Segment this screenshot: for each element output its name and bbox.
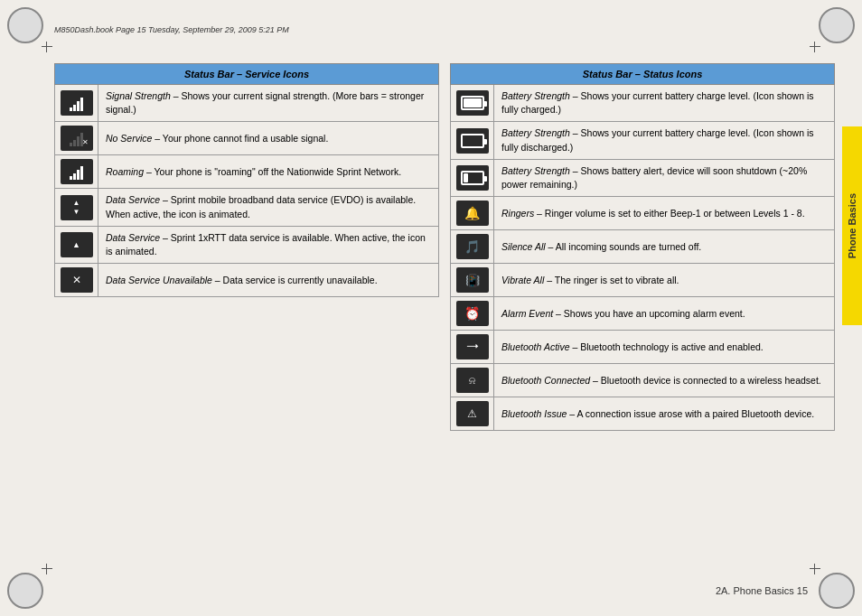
battery-empty-icon bbox=[456, 128, 489, 154]
data-1x-icon-cell: ▲ bbox=[55, 226, 98, 263]
battery-low-icon bbox=[456, 165, 489, 191]
no-service-text: No Service – Your phone cannot find a us… bbox=[98, 122, 439, 155]
roaming-bold: Roaming bbox=[106, 166, 144, 177]
table-row: ▲ ▼ Data Service – Sprint mobile broadba… bbox=[55, 189, 439, 226]
alarm-bold: Alarm Event bbox=[501, 308, 553, 319]
data-1x-symbol: ▲ bbox=[72, 240, 80, 249]
service-icons-table: Status Bar – Service Icons Signal Streng… bbox=[54, 63, 439, 297]
status-icons-section: Status Bar – Status Icons Battery Streng… bbox=[450, 63, 835, 571]
data-1x-icon: ▲ bbox=[61, 232, 93, 257]
data-unavail-icon-cell: ✕ bbox=[55, 264, 98, 297]
battery-full-shape bbox=[461, 96, 484, 110]
data-evdo-icon-cell: ▲ ▼ bbox=[55, 189, 98, 226]
vibrate-bold: Vibrate All bbox=[501, 275, 544, 285]
evdo-symbol: ▲ ▼ bbox=[73, 199, 80, 216]
bt-issue-icon: ⚠ bbox=[456, 401, 489, 426]
table-row: Signal Strength – Shows your current sig… bbox=[55, 85, 439, 122]
battery-low-text: Battery Strength – Shows battery alert, … bbox=[494, 159, 835, 196]
no-service-bold: No Service bbox=[106, 133, 152, 144]
bt-connected-text: Bluetooth Connected – Bluetooth device i… bbox=[494, 364, 835, 397]
silence-text: Silence All – All incoming sounds are tu… bbox=[494, 230, 835, 264]
data-evdo-text: Data Service – Sprint mobile broadband d… bbox=[98, 189, 439, 226]
battery-full-bold: Battery Strength bbox=[501, 90, 570, 101]
table-row: No Service – Your phone cannot find a us… bbox=[55, 122, 439, 155]
silence-icon-cell: 🎵 bbox=[451, 230, 494, 264]
ringer-icon-cell: 🔔 bbox=[451, 197, 494, 230]
bt-active-bold: Bluetooth Active bbox=[501, 341, 570, 352]
bt-active-icon-cell: ⭢ bbox=[451, 331, 494, 364]
silence-symbol: 🎵 bbox=[464, 239, 480, 254]
data-unavail-bold: Data Service Unavailable bbox=[106, 275, 212, 285]
roaming-icon bbox=[61, 159, 93, 184]
bt-connected-bold: Bluetooth Connected bbox=[501, 375, 590, 386]
bt-issue-symbol: ⚠ bbox=[467, 407, 477, 420]
roaming-text: Roaming – Your phone is "roaming" off th… bbox=[98, 155, 439, 189]
bt-active-icon: ⭢ bbox=[456, 334, 489, 359]
battery-empty-text: Battery Strength – Shows your current ba… bbox=[494, 122, 835, 159]
table-row: ⏰ Alarm Event – Shows you have an upcomi… bbox=[451, 297, 835, 331]
vibrate-icon: 📳 bbox=[456, 267, 489, 293]
bt-issue-icon-cell: ⚠ bbox=[451, 397, 494, 431]
signal-bars bbox=[70, 95, 83, 111]
signal-strength-bold: Signal Strength bbox=[106, 90, 171, 101]
corner-bl bbox=[7, 564, 52, 609]
bt-issue-text: Bluetooth Issue – A connection issue aro… bbox=[494, 397, 835, 431]
book-info: M850Dash.book Page 15 Tuesday, September… bbox=[54, 25, 289, 34]
data-unavail-symbol: ✕ bbox=[72, 274, 81, 286]
battery-empty-bold: Battery Strength bbox=[501, 127, 570, 138]
page-number: 2A. Phone Basics 15 bbox=[716, 585, 808, 596]
service-table-header: Status Bar – Service Icons bbox=[55, 64, 439, 85]
battery-full-icon bbox=[456, 90, 489, 116]
roaming-icon-cell bbox=[55, 155, 98, 189]
data-evdo-bold: Data Service bbox=[106, 194, 160, 205]
side-tab-label: Phone Basics bbox=[847, 193, 857, 258]
table-row: 🔔 Ringers – Ringer volume is set to eith… bbox=[451, 197, 835, 230]
ringer-text: Ringers – Ringer volume is set to either… bbox=[494, 197, 835, 230]
bt-connected-icon: ⍾ bbox=[456, 368, 489, 393]
main-content: Status Bar – Service Icons Signal Streng… bbox=[54, 63, 835, 571]
bt-active-symbol: ⭢ bbox=[466, 340, 479, 354]
table-row: ⭢ Bluetooth Active – Bluetooth technolog… bbox=[451, 331, 835, 364]
battery-low-icon-cell bbox=[451, 159, 494, 196]
signal-strength-text: Signal Strength – Shows your current sig… bbox=[98, 85, 439, 122]
data-unavail-icon: ✕ bbox=[61, 267, 93, 293]
battery-full-icon-cell bbox=[451, 85, 494, 122]
signal-strength-icon-cell bbox=[55, 85, 98, 122]
ringer-bold: Ringers bbox=[501, 208, 534, 219]
battery-empty-shape bbox=[461, 134, 484, 148]
service-icons-section: Status Bar – Service Icons Signal Streng… bbox=[54, 63, 439, 571]
page-container: M850Dash.book Page 15 Tuesday, September… bbox=[0, 0, 862, 616]
table-row: 📳 Vibrate All – The ringer is set to vib… bbox=[451, 264, 835, 297]
alarm-text: Alarm Event – Shows you have an upcoming… bbox=[494, 297, 835, 331]
table-row: ▲ Data Service – Sprint 1xRTT data servi… bbox=[55, 226, 439, 263]
bt-connected-icon-cell: ⍾ bbox=[451, 364, 494, 397]
data-evdo-icon: ▲ ▼ bbox=[61, 195, 93, 220]
battery-low-bold: Battery Strength bbox=[501, 165, 570, 176]
corner-tr bbox=[810, 7, 855, 52]
battery-full-text: Battery Strength – Shows your current ba… bbox=[494, 85, 835, 122]
table-row: Battery Strength – Shows your current ba… bbox=[451, 85, 835, 122]
alarm-icon: ⏰ bbox=[456, 301, 489, 326]
bt-active-text: Bluetooth Active – Bluetooth technology … bbox=[494, 331, 835, 364]
vibrate-text: Vibrate All – The ringer is set to vibra… bbox=[494, 264, 835, 297]
data-unavail-text: Data Service Unavailable – Data service … bbox=[98, 264, 439, 297]
alarm-symbol: ⏰ bbox=[464, 306, 480, 321]
alarm-icon-cell: ⏰ bbox=[451, 297, 494, 331]
vibrate-symbol: 📳 bbox=[465, 274, 480, 287]
roaming-bars bbox=[70, 163, 83, 180]
data-1x-text: Data Service – Sprint 1xRTT data service… bbox=[98, 226, 439, 263]
no-service-icon-cell bbox=[55, 122, 98, 155]
table-row: Battery Strength – Shows your current ba… bbox=[451, 122, 835, 159]
table-row: 🎵 Silence All – All incoming sounds are … bbox=[451, 230, 835, 264]
ringer-symbol: 🔔 bbox=[464, 206, 480, 220]
ringer-icon: 🔔 bbox=[456, 201, 489, 226]
page-footer: 2A. Phone Basics 15 bbox=[716, 585, 808, 596]
no-service-bars bbox=[70, 130, 83, 146]
table-row: Roaming – Your phone is "roaming" off th… bbox=[55, 155, 439, 189]
signal-strength-icon bbox=[61, 90, 93, 116]
table-row: ⚠ Bluetooth Issue – A connection issue a… bbox=[451, 397, 835, 431]
silence-bold: Silence All bbox=[501, 241, 546, 252]
table-row: Battery Strength – Shows battery alert, … bbox=[451, 159, 835, 196]
data-1x-bold: Data Service bbox=[106, 232, 160, 243]
table-row: ✕ Data Service Unavailable – Data servic… bbox=[55, 264, 439, 297]
